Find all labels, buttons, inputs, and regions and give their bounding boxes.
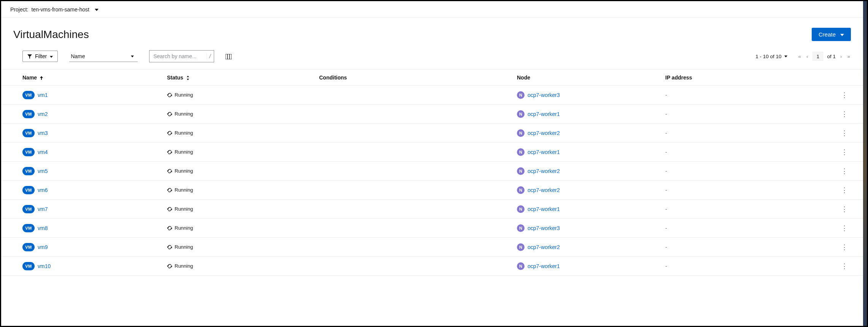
table-header: Name Status Conditions Node IP address <box>1 70 863 86</box>
pager-prev-icon[interactable]: ‹ <box>806 54 809 59</box>
vm-name-link[interactable]: vm6 <box>38 187 48 193</box>
row-actions-kebab[interactable]: ⋮ <box>828 110 851 118</box>
table-row: VMvm1RunningNocp7-worker3-⋮ <box>1 86 863 105</box>
status-label: Running <box>175 92 193 98</box>
pagination-range-label: 1 - 10 of 10 <box>755 54 781 59</box>
ip-cell: - <box>665 187 828 193</box>
create-button[interactable]: Create <box>812 28 851 41</box>
pagination-controls: « ‹ of 1 › » <box>797 52 851 61</box>
col-header-name[interactable]: Name <box>22 75 167 81</box>
caret-down-icon <box>784 54 787 59</box>
vm-badge-icon: VM <box>22 186 35 194</box>
sync-icon <box>167 130 172 136</box>
pager-first-icon[interactable]: « <box>797 54 802 59</box>
node-badge-icon: N <box>517 110 525 118</box>
col-header-status[interactable]: Status <box>167 75 319 81</box>
vm-badge-icon: VM <box>22 243 35 251</box>
ip-cell: - <box>665 168 828 174</box>
vm-name-link[interactable]: vm1 <box>38 92 48 98</box>
ip-cell: - <box>665 130 828 136</box>
row-actions-kebab[interactable]: ⋮ <box>828 167 851 175</box>
status-label: Running <box>175 130 193 136</box>
node-name-link[interactable]: ocp7-worker1 <box>528 206 560 212</box>
sync-icon <box>167 225 172 231</box>
node-name-link[interactable]: ocp7-worker2 <box>528 244 560 250</box>
node-name-link[interactable]: ocp7-worker3 <box>528 92 560 98</box>
status-label: Running <box>175 149 193 155</box>
row-actions-kebab[interactable]: ⋮ <box>828 129 851 137</box>
node-badge-icon: N <box>517 224 525 232</box>
node-badge-icon: N <box>517 243 525 251</box>
vm-badge-icon: VM <box>22 148 35 156</box>
node-badge-icon: N <box>517 167 525 175</box>
vm-name-link[interactable]: vm3 <box>38 130 48 136</box>
caret-down-icon <box>840 31 844 38</box>
node-name-link[interactable]: ocp7-worker2 <box>528 130 560 136</box>
vm-name-link[interactable]: vm8 <box>38 225 48 231</box>
node-name-link[interactable]: ocp7-worker3 <box>528 225 560 231</box>
sync-icon <box>167 168 172 174</box>
pager-next-icon[interactable]: › <box>839 54 843 59</box>
vm-name-link[interactable]: vm7 <box>38 206 48 212</box>
node-name-link[interactable]: ocp7-worker1 <box>528 263 560 269</box>
vm-name-link[interactable]: vm5 <box>38 168 48 174</box>
ip-cell: - <box>665 263 828 269</box>
row-actions-kebab[interactable]: ⋮ <box>828 91 851 99</box>
search-input[interactable] <box>149 51 207 62</box>
filter-icon <box>27 53 32 59</box>
caret-down-icon <box>131 53 134 59</box>
node-name-link[interactable]: ocp7-worker2 <box>528 187 560 193</box>
vm-table: Name Status Conditions Node IP address V… <box>1 69 863 276</box>
row-actions-kebab[interactable]: ⋮ <box>828 148 851 156</box>
sync-icon <box>167 244 172 250</box>
row-actions-kebab[interactable]: ⋮ <box>828 186 851 194</box>
column-management-icon[interactable] <box>226 53 232 59</box>
page-of-label: of 1 <box>827 54 836 59</box>
col-header-node[interactable]: Node <box>517 75 665 81</box>
table-row: VMvm3RunningNocp7-worker2-⋮ <box>1 124 863 143</box>
col-header-status-label: Status <box>167 75 183 81</box>
page-number-input[interactable] <box>812 52 823 61</box>
table-row: VMvm10RunningNocp7-worker1-⋮ <box>1 257 863 276</box>
node-name-link[interactable]: ocp7-worker1 <box>528 149 560 155</box>
pager-last-icon[interactable]: » <box>846 54 851 59</box>
ip-cell: - <box>665 149 828 155</box>
ip-cell: - <box>665 225 828 231</box>
vm-name-link[interactable]: vm9 <box>38 244 48 250</box>
node-badge-icon: N <box>517 186 525 194</box>
page-title: VirtualMachines <box>13 29 89 41</box>
node-name-link[interactable]: ocp7-worker2 <box>528 168 560 174</box>
col-header-conditions[interactable]: Conditions <box>319 75 517 81</box>
vm-name-link[interactable]: vm4 <box>38 149 48 155</box>
vm-name-link[interactable]: vm2 <box>38 111 48 117</box>
sort-asc-icon <box>40 75 43 81</box>
status-label: Running <box>175 244 193 250</box>
table-row: VMvm4RunningNocp7-worker1-⋮ <box>1 143 863 162</box>
vm-badge-icon: VM <box>22 91 35 99</box>
col-header-ip[interactable]: IP address <box>665 75 828 81</box>
status-label: Running <box>175 111 193 117</box>
search-attribute-select[interactable]: Name <box>69 51 138 62</box>
row-actions-kebab[interactable]: ⋮ <box>828 262 851 270</box>
vm-badge-icon: VM <box>22 224 35 232</box>
create-button-label: Create <box>819 31 836 38</box>
pagination-range[interactable]: 1 - 10 of 10 <box>755 54 787 59</box>
caret-down-icon <box>95 6 99 13</box>
sync-icon <box>167 111 172 117</box>
vm-name-link[interactable]: vm10 <box>38 263 51 269</box>
table-row: VMvm8RunningNocp7-worker3-⋮ <box>1 219 863 238</box>
table-row: VMvm9RunningNocp7-worker2-⋮ <box>1 238 863 257</box>
row-actions-kebab[interactable]: ⋮ <box>828 205 851 213</box>
ip-cell: - <box>665 206 828 212</box>
status-label: Running <box>175 187 193 193</box>
row-actions-kebab[interactable]: ⋮ <box>828 243 851 251</box>
ip-cell: - <box>665 111 828 117</box>
node-badge-icon: N <box>517 148 525 156</box>
project-selector[interactable]: Project: ten-vms-from-same-host <box>1 1 863 18</box>
filter-button[interactable]: Filter <box>22 51 58 62</box>
node-name-link[interactable]: ocp7-worker1 <box>528 111 560 117</box>
node-badge-icon: N <box>517 129 525 137</box>
status-label: Running <box>175 206 193 212</box>
table-row: VMvm7RunningNocp7-worker1-⋮ <box>1 200 863 219</box>
row-actions-kebab[interactable]: ⋮ <box>828 224 851 232</box>
